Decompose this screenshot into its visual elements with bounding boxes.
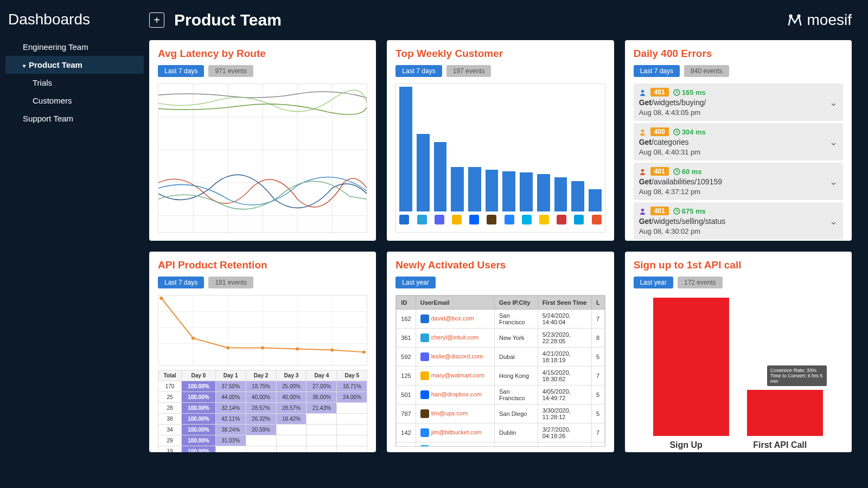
funnel-label: Sign Up — [669, 440, 702, 450]
company-icon — [420, 409, 429, 418]
company-icon — [592, 215, 602, 224]
card-title: Avg Latency by Route — [158, 48, 367, 60]
card-signup-funnel[interactable]: Sign up to 1st API call Last year 172 ev… — [625, 252, 852, 452]
svg-point-17 — [641, 208, 643, 211]
company-icon — [420, 390, 429, 399]
sidebar-item[interactable]: Support Team — [5, 110, 144, 127]
company-icon — [435, 215, 444, 224]
svg-point-15 — [641, 169, 643, 171]
status-badge: 401 — [650, 167, 669, 176]
brand-text: moesif — [807, 11, 852, 29]
sidebar-title: Dashboards — [5, 11, 144, 28]
events-pill: 197 events — [446, 65, 492, 77]
range-pill[interactable]: Last 7 days — [634, 65, 680, 77]
svg-point-11 — [641, 89, 643, 92]
company-icon — [574, 215, 584, 224]
company-icon — [417, 215, 427, 224]
svg-point-27 — [159, 297, 163, 300]
sidebar-item[interactable]: Trials — [5, 74, 144, 92]
error-path: Get/widgets/buying/ — [639, 98, 706, 107]
svg-point-32 — [330, 348, 334, 351]
svg-point-30 — [261, 346, 264, 350]
svg-point-31 — [296, 348, 299, 351]
error-time: Aug 08, 4:40:31 pm — [639, 148, 706, 156]
events-pill: 971 events — [208, 65, 253, 77]
card-avg-latency[interactable]: Avg Latency by Route Last 7 days 971 eve… — [149, 40, 376, 241]
clock-icon — [673, 208, 680, 215]
bar — [417, 134, 430, 211]
retention-table: TotalDay 0Day 1Day 2Day 3Day 4Day 517010… — [158, 370, 367, 452]
chevron-down-icon: ⌄ — [829, 136, 838, 148]
company-icon — [420, 445, 429, 447]
error-row[interactable]: 40160 msGet/availabilities/109159Aug 08,… — [634, 163, 843, 200]
latency-label: 304 ms — [673, 128, 706, 136]
company-icon — [420, 371, 429, 380]
error-time: Aug 08, 4:37:12 pm — [639, 188, 722, 196]
error-row[interactable]: 400304 msGet/categoriesAug 08, 4:40:31 p… — [634, 123, 843, 160]
svg-point-13 — [641, 129, 643, 132]
events-pill: 172 events — [678, 277, 723, 288]
error-time: Aug 08, 4:43:05 pm — [639, 108, 706, 117]
latency-chart — [158, 84, 367, 233]
main: + Product Team moesif Avg Latency by Rou… — [144, 0, 868, 488]
table-row[interactable]: 125mary@walmart.comHong Kong4/15/2020, 1… — [397, 367, 604, 386]
error-row[interactable]: 401165 msGet/widgets/buying/Aug 08, 4:43… — [634, 84, 843, 121]
latency-label: 165 ms — [673, 88, 706, 97]
card-retention[interactable]: API Product Retention Last 7 days 191 ev… — [149, 252, 376, 452]
company-icon — [420, 352, 429, 361]
person-icon — [639, 89, 646, 96]
card-title: API Product Retention — [158, 259, 367, 271]
error-row[interactable]: 401675 msGet/widgets/selling/statusAug 0… — [634, 202, 843, 240]
sidebar-item[interactable]: Customers — [5, 92, 144, 110]
card-top-customer[interactable]: Top Weekly Customer Last 7 days 197 even… — [387, 40, 614, 241]
company-icon — [399, 215, 409, 224]
svg-point-28 — [192, 337, 195, 340]
range-pill[interactable]: Last year — [395, 277, 435, 288]
range-pill[interactable]: Last 7 days — [158, 277, 204, 288]
bar — [399, 87, 412, 211]
card-title: Top Weekly Customer — [395, 48, 605, 60]
funnel-chart: Coversion Rate: 33% Time to Convert: 6 h… — [634, 295, 843, 436]
table-row[interactable]: 787tim@ups.comSan Diego3/30/2020, 11:28:… — [397, 404, 604, 423]
card-daily-errors[interactable]: Daily 400 Errors Last 7 days 840 events … — [625, 40, 852, 241]
company-icon — [420, 314, 429, 323]
table-row[interactable]: 592leslie@discord.comDubai4/21/2020, 18:… — [397, 348, 604, 367]
bar — [451, 167, 464, 211]
add-dashboard-button[interactable]: + — [149, 12, 164, 28]
bar — [468, 167, 481, 211]
card-new-users[interactable]: Newly Activated Users Last year IDUserEm… — [387, 252, 614, 452]
range-pill[interactable]: Last 7 days — [395, 65, 442, 77]
funnel-label: First API Call — [753, 440, 807, 450]
page-title: Product Team — [174, 11, 282, 29]
table-row[interactable]: 162david@box.comSan Francisco5/24/2020, … — [397, 310, 604, 329]
clock-icon — [673, 89, 680, 96]
customer-bar-chart — [395, 84, 605, 233]
table-row[interactable]: 142jim@bitbucket.comDublin3/27/2020, 04:… — [397, 423, 604, 442]
card-title: Sign up to 1st API call — [634, 259, 843, 271]
error-path: Get/availabilities/109159 — [639, 177, 722, 186]
card-title: Newly Activated Users — [395, 259, 605, 271]
company-icon — [487, 215, 496, 224]
range-pill[interactable]: Last 7 days — [158, 65, 204, 77]
sidebar-item[interactable]: ▾Product Team — [5, 56, 144, 74]
sidebar-item[interactable]: Engineering Team — [5, 38, 144, 56]
bar — [537, 174, 550, 212]
brand-logo: moesif — [787, 11, 852, 29]
retention-chart — [158, 295, 367, 365]
clock-icon — [673, 129, 680, 136]
company-icon — [469, 215, 479, 224]
status-badge: 400 — [650, 127, 669, 136]
person-icon — [639, 168, 646, 175]
moesif-icon — [787, 12, 803, 28]
error-path: Get/widgets/selling/status — [639, 217, 726, 226]
range-pill[interactable]: Last year — [634, 277, 673, 288]
error-path: Get/categories — [639, 138, 706, 146]
events-pill: 191 events — [208, 277, 253, 288]
bar — [520, 172, 533, 211]
company-icon — [452, 215, 462, 224]
table-row[interactable]: 501han@dropbox.comSan Francisco4/05/2020… — [397, 386, 604, 404]
status-badge: 401 — [650, 207, 669, 215]
company-icon — [522, 215, 532, 224]
table-row[interactable]: 361cheryl@intuit.comNew York5/23/2020, 2… — [397, 329, 604, 348]
table-row[interactable]: 402connor@blueconic.comBerlin3/13/2020, … — [397, 442, 604, 447]
